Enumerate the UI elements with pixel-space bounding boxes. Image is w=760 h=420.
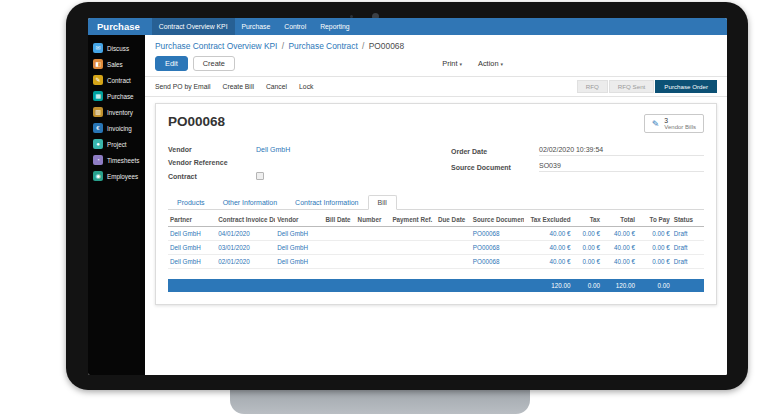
lock-button[interactable]: Lock (299, 83, 313, 90)
breadcrumb: Purchase Contract Overview KPI / Purchas… (145, 35, 727, 53)
breadcrumb-link[interactable]: Purchase Contract (288, 41, 357, 51)
create-button[interactable]: Create (193, 56, 235, 71)
send-po-email-button[interactable]: Send PO by Email (155, 83, 211, 90)
order-date-value: 02/02/2020 10:39:54 (539, 146, 704, 156)
sidebar-item-label: Sales (107, 61, 123, 68)
cell (471, 279, 525, 292)
cell: 0.00 € (573, 255, 602, 269)
spacer-row (168, 269, 704, 279)
column-header: Vendor (275, 213, 323, 227)
status-step-purchase-order[interactable]: Purchase Order (655, 80, 717, 93)
status-step-rfq-sent[interactable]: RFQ Sent (609, 80, 655, 93)
tab-products[interactable]: Products (168, 196, 214, 209)
sidebar-item-label: Employees (107, 173, 138, 180)
cell (436, 241, 471, 255)
cell (356, 241, 391, 255)
source-document-value: SO039 (539, 162, 704, 172)
cell (323, 279, 355, 292)
vendor-value-link[interactable]: Dell GmbH (256, 146, 421, 153)
cell: 02/01/2020 (216, 255, 275, 269)
edit-button[interactable]: Edit (155, 56, 188, 71)
field-label: Order Date (451, 148, 539, 155)
breadcrumb-separator: / (280, 41, 286, 51)
totals-row: 120.00 0.00 120.00 0.00 (168, 279, 704, 292)
inventory-icon: ▥ (93, 107, 103, 117)
nav-item-control[interactable]: Control (277, 18, 313, 35)
cell (356, 279, 391, 292)
sidebar-item-employees[interactable]: ◉ Employees (88, 168, 145, 184)
sidebar-item-purchase[interactable]: ▦ Purchase (88, 88, 145, 104)
contract-checkbox[interactable] (256, 172, 264, 180)
vendor-bills-table: Partner Contract Invoice Date Vendor Bil… (168, 213, 704, 292)
form-page: PO00068 ✎ 3 Vendor Bills (145, 97, 727, 375)
field-label: Source Document (451, 164, 539, 171)
breadcrumb-link[interactable]: Purchase Contract Overview KPI (155, 41, 277, 51)
app-brand[interactable]: Purchase (88, 18, 152, 35)
cell: 0.00 € (573, 241, 602, 255)
sidebar-item-inventory[interactable]: ▥ Inventory (88, 104, 145, 120)
cell: 40.00 € (602, 227, 637, 241)
cell: Draft (672, 241, 704, 255)
create-bill-button[interactable]: Create Bill (223, 83, 254, 90)
cell: Dell GmbH (275, 241, 323, 255)
status-pipeline: RFQ RFQ Sent Purchase Order (577, 80, 717, 93)
cell (323, 255, 355, 269)
column-header: Partner (168, 213, 216, 227)
cell (436, 255, 471, 269)
cell: Dell GmbH (275, 255, 323, 269)
sales-icon: ◧ (93, 59, 103, 69)
tab-other-information[interactable]: Other Information (214, 196, 286, 209)
column-header: Due Date (436, 213, 471, 227)
cell: 03/01/2020 (216, 241, 275, 255)
sidebar-item-contract[interactable]: ✎ Contract (88, 72, 145, 88)
sidebar-item-project[interactable]: ● Project (88, 136, 145, 152)
cancel-button[interactable]: Cancel (266, 83, 287, 90)
cell: Dell GmbH (275, 227, 323, 241)
sidebar-item-sales[interactable]: ◧ Sales (88, 56, 145, 72)
contract-field: Contract (168, 169, 421, 183)
cell: 40.00 € (602, 241, 637, 255)
field-label: Vendor (168, 146, 256, 153)
cell: Dell GmbH (168, 227, 216, 241)
cell (275, 279, 323, 292)
vendor-bills-button[interactable]: ✎ 3 Vendor Bills (644, 114, 704, 133)
nav-item-contract-overview-kpi[interactable]: Contract Overview KPI (152, 18, 235, 35)
column-header: To Pay (637, 213, 672, 227)
column-header: Total (602, 213, 637, 227)
cell: Dell GmbH (168, 255, 216, 269)
cell: PO00068 (471, 227, 525, 241)
cell: PO00068 (471, 255, 525, 269)
sidebar-item-timesheets[interactable]: ◔ Timesheets (88, 152, 145, 168)
cell (356, 227, 391, 241)
tab-contract-information[interactable]: Contract Information (286, 196, 367, 209)
column-header: Bill Date (323, 213, 355, 227)
cell: 04/01/2020 (216, 227, 275, 241)
vendor-field: Vendor Dell GmbH (168, 143, 421, 156)
invoicing-icon: € (93, 123, 103, 133)
table-row[interactable]: Dell GmbH 04/01/2020 Dell GmbH PO00068 4… (168, 227, 704, 241)
tab-bill[interactable]: Bill (368, 195, 397, 210)
print-menu[interactable]: Print▾ (442, 59, 462, 68)
cell (390, 255, 436, 269)
page-title: PO00068 (168, 114, 225, 129)
order-date-field: Order Date 02/02/2020 10:39:54 (451, 143, 704, 159)
column-header: Status (672, 213, 704, 227)
source-document-field: Source Document SO039 (451, 159, 704, 175)
vendor-bills-label: Vendor Bills (664, 124, 696, 130)
table-row[interactable]: Dell GmbH 02/01/2020 Dell GmbH PO00068 4… (168, 255, 704, 269)
top-navbar: Purchase Contract Overview KPI Purchase … (88, 18, 727, 35)
table-row[interactable]: Dell GmbH 03/01/2020 Dell GmbH PO00068 4… (168, 241, 704, 255)
screen: Purchase Contract Overview KPI Purchase … (88, 18, 727, 375)
nav-item-purchase[interactable]: Purchase (235, 18, 278, 35)
cell: PO00068 (471, 241, 525, 255)
status-step-rfq[interactable]: RFQ (577, 80, 608, 93)
contract-icon: ✎ (93, 75, 103, 85)
sidebar-item-invoicing[interactable]: € Invoicing (88, 120, 145, 136)
nav-item-reporting[interactable]: Reporting (313, 18, 356, 35)
action-menu[interactable]: Action▾ (478, 59, 503, 68)
cell (390, 241, 436, 255)
sidebar-item-discuss[interactable]: ✉ Discuss (88, 40, 145, 56)
sidebar-item-label: Project (107, 141, 127, 148)
column-header: Payment Ref. (390, 213, 436, 227)
sidebar-item-label: Inventory (107, 109, 133, 116)
